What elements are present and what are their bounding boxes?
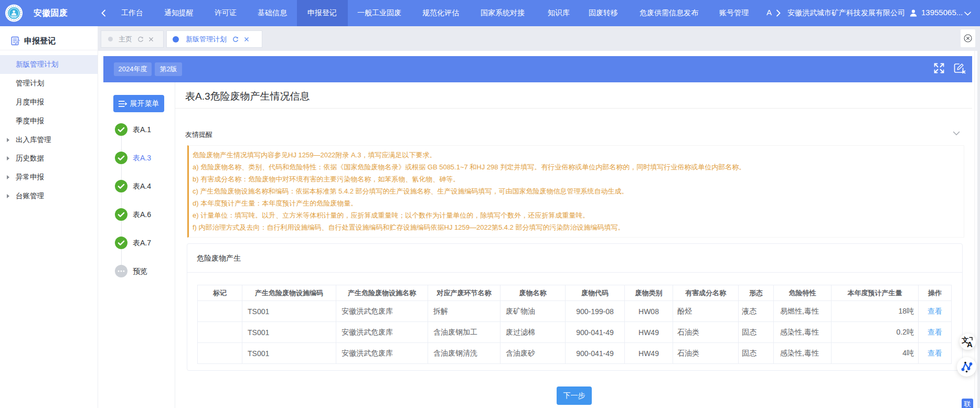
svg-text:A: A	[967, 340, 973, 348]
